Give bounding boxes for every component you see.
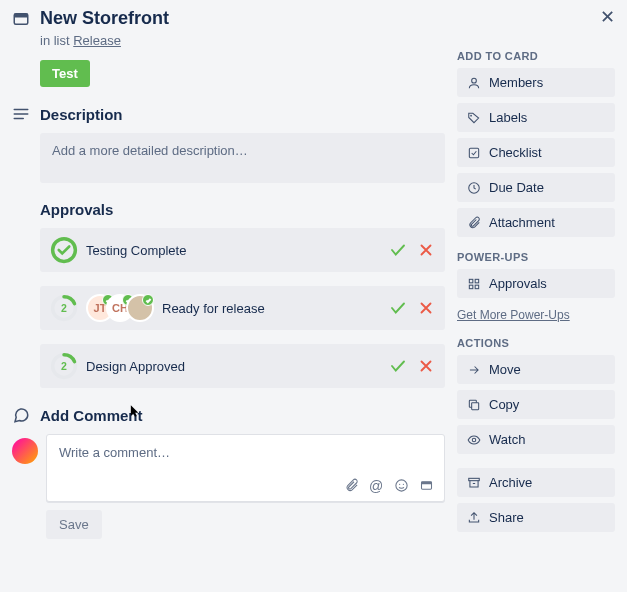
list-line: in list Release	[40, 33, 169, 48]
grid-icon	[467, 277, 481, 291]
sidebar-labels[interactable]: Labels	[457, 103, 615, 132]
copy-icon	[467, 398, 481, 412]
arrow-right-icon	[467, 363, 481, 377]
svg-point-21	[472, 438, 476, 442]
approval-name: Ready for release	[162, 301, 381, 316]
svg-rect-22	[469, 478, 480, 480]
sidebar-attachment[interactable]: Attachment	[457, 208, 615, 237]
approval-complete-icon	[50, 236, 78, 264]
description-icon	[12, 105, 30, 123]
svg-text:2: 2	[61, 360, 67, 372]
sidebar-watch[interactable]: Watch	[457, 425, 615, 454]
approval-item[interactable]: 2JTCHReady for release	[40, 286, 445, 330]
sidebar-due-date[interactable]: Due Date	[457, 173, 615, 202]
clock-icon	[467, 181, 481, 195]
sidebar-heading: Actions	[457, 337, 615, 349]
svg-point-8	[399, 484, 400, 485]
comment-input[interactable]: Write a comment… @	[46, 434, 445, 502]
svg-rect-19	[475, 285, 479, 289]
label-chip[interactable]: Test	[40, 60, 90, 87]
reject-icon[interactable]	[417, 299, 435, 317]
archive-icon	[467, 476, 481, 490]
mention-icon[interactable]: @	[369, 478, 384, 493]
approval-name: Design Approved	[86, 359, 381, 374]
comment-heading: Add Comment	[40, 407, 143, 424]
svg-point-12	[472, 78, 477, 83]
approve-icon[interactable]	[389, 357, 407, 375]
sidebar-members[interactable]: Members	[457, 68, 615, 97]
approvals-heading: Approvals	[40, 201, 113, 218]
share-icon	[467, 511, 481, 525]
description-heading: Description	[40, 106, 123, 123]
sidebar-copy[interactable]: Copy	[457, 390, 615, 419]
svg-point-7	[396, 480, 407, 491]
user-avatar	[12, 438, 38, 464]
sidebar-heading: Power-Ups	[457, 251, 615, 263]
card-icon	[12, 10, 30, 28]
card-title[interactable]: New Storefront	[40, 8, 169, 29]
list-link[interactable]: Release	[73, 33, 121, 48]
description-input[interactable]: Add a more detailed description…	[40, 133, 445, 183]
reject-icon[interactable]	[417, 241, 435, 259]
avatar-stack: JTCH	[86, 294, 154, 322]
approval-name: Testing Complete	[86, 243, 381, 258]
approval-pending-icon: 2	[50, 294, 78, 322]
emoji-icon[interactable]	[394, 478, 409, 493]
svg-text:2: 2	[61, 302, 67, 314]
sidebar-checklist[interactable]: Checklist	[457, 138, 615, 167]
svg-rect-17	[475, 279, 479, 283]
approval-item[interactable]: 2Design Approved	[40, 344, 445, 388]
close-icon[interactable]: ✕	[600, 8, 615, 26]
user-icon	[467, 76, 481, 90]
approve-icon[interactable]	[389, 241, 407, 259]
reject-icon[interactable]	[417, 357, 435, 375]
sidebar-move[interactable]: Move	[457, 355, 615, 384]
paperclip-icon	[467, 216, 481, 230]
check-square-icon	[467, 146, 481, 160]
svg-rect-20	[472, 402, 479, 409]
avatar	[126, 294, 154, 322]
sidebar-share[interactable]: Share	[457, 503, 615, 532]
svg-rect-11	[422, 482, 432, 485]
svg-rect-14	[469, 148, 478, 157]
svg-rect-1	[14, 14, 28, 18]
tag-icon	[467, 111, 481, 125]
approval-pending-icon: 2	[50, 352, 78, 380]
attach-icon[interactable]	[344, 478, 359, 493]
comment-icon	[12, 406, 30, 424]
sidebar-archive[interactable]: Archive	[457, 468, 615, 497]
svg-point-13	[470, 114, 472, 116]
svg-point-9	[403, 484, 404, 485]
approve-icon[interactable]	[389, 299, 407, 317]
power-ups-link[interactable]: Get More Power-Ups	[457, 308, 570, 322]
approval-item[interactable]: Testing Complete	[40, 228, 445, 272]
sidebar-approvals[interactable]: Approvals	[457, 269, 615, 298]
svg-rect-16	[469, 279, 473, 283]
svg-rect-18	[469, 285, 473, 289]
card-icon-small[interactable]	[419, 478, 434, 493]
eye-icon	[467, 433, 481, 447]
save-comment-button: Save	[46, 510, 102, 539]
sidebar-heading: Add to card	[457, 50, 615, 62]
